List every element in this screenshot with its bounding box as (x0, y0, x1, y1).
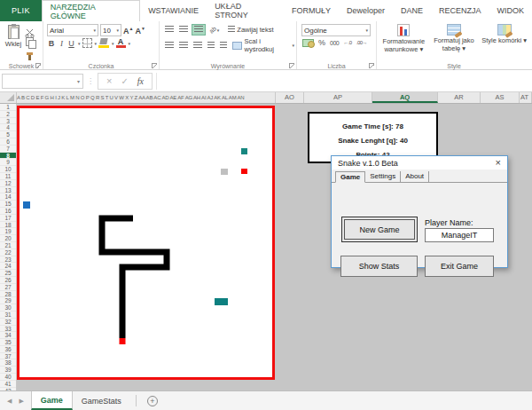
paste-button[interactable]: Wklej (2, 23, 25, 59)
row-header-39[interactable]: 39 (0, 367, 16, 374)
underline-button[interactable]: U (67, 39, 75, 48)
column-header-ao[interactable]: AO (276, 92, 304, 103)
row-header-15[interactable]: 15 (0, 201, 16, 208)
tab-recenzja[interactable]: RECENZJA (431, 0, 489, 21)
row-header-23[interactable]: 23 (0, 256, 16, 264)
dialog-tab-settings[interactable]: Settings (365, 171, 401, 182)
conditional-formatting-button[interactable]: Formatowanie warunkowe ▾ (379, 23, 428, 59)
close-icon[interactable]: × (496, 158, 501, 168)
row-header-25[interactable]: 25 (0, 270, 16, 277)
formula-input[interactable] (156, 73, 530, 90)
column-header-aq[interactable]: AQ (372, 92, 438, 103)
borders-icon[interactable] (82, 38, 92, 48)
cell-styles-button[interactable]: Style komórki ▾ (480, 23, 529, 59)
sheet-tab-game[interactable]: Game (31, 391, 73, 410)
accounting-format-icon[interactable] (302, 39, 314, 47)
row-header-28[interactable]: 28 (0, 291, 16, 298)
copy-icon[interactable] (25, 37, 36, 47)
dialog-title-bar[interactable]: Snake v.1.0 Beta × (332, 156, 507, 170)
align-center-icon[interactable] (177, 41, 190, 51)
tab-deweloper[interactable]: Deweloper (339, 0, 393, 21)
wrap-text-button[interactable]: Zawijaj tekst (228, 26, 273, 34)
align-top-icon[interactable] (163, 25, 176, 35)
bold-button[interactable]: B (47, 39, 56, 48)
row-header-7[interactable]: 7 (0, 146, 16, 153)
row-header-5[interactable]: 5 (0, 131, 16, 138)
sheet-tab-gamestats[interactable]: GameStats (73, 391, 130, 410)
row-header-10[interactable]: 10 (0, 166, 16, 173)
increase-indent-icon[interactable] (218, 41, 229, 51)
row-header-33[interactable]: 33 (0, 326, 16, 333)
row-header-34[interactable]: 34 (0, 332, 16, 339)
enter-icon[interactable]: ✓ (121, 76, 128, 86)
new-game-button[interactable]: New Game (341, 217, 418, 242)
increase-decimal-button[interactable]: ←.0 (343, 40, 352, 45)
comma-style-button[interactable]: 000 (330, 40, 339, 46)
row-header-41[interactable]: 41 (0, 381, 16, 388)
tab-plik[interactable]: PLIK (0, 0, 42, 21)
squeezed-column-headers[interactable]: A B C D E F G H I J K L M N O P Q R S T … (17, 92, 276, 103)
row-header-32[interactable]: 32 (0, 319, 16, 326)
column-header-at[interactable]: AT (520, 92, 532, 103)
alignment-dialog-launcher-icon[interactable] (289, 63, 294, 68)
grow-font-button[interactable]: A▲ (123, 26, 133, 35)
tab-formuly[interactable]: FORMUŁY (284, 0, 339, 21)
row-header-31[interactable]: 31 (0, 311, 16, 319)
percent-style-button[interactable]: % (318, 38, 325, 47)
clipboard-dialog-launcher-icon[interactable] (35, 63, 41, 68)
row-header-17[interactable]: 17 (0, 215, 16, 222)
cut-icon[interactable] (25, 26, 36, 35)
orientation-icon[interactable]: ab▾ (207, 26, 221, 34)
align-right-icon[interactable] (192, 41, 204, 51)
shrink-font-button[interactable]: A▼ (135, 26, 145, 35)
row-header-16[interactable]: 16 (0, 208, 16, 215)
cancel-icon[interactable]: × (106, 75, 112, 86)
dialog-tab-game[interactable]: Game (335, 171, 365, 183)
row-header-2[interactable]: 2 (0, 111, 16, 118)
row-header-30[interactable]: 30 (0, 304, 16, 311)
row-header-24[interactable]: 24 (0, 263, 16, 270)
row-header-13[interactable]: 13 (0, 187, 16, 194)
row-header-38[interactable]: 38 (0, 359, 16, 367)
row-header-26[interactable]: 26 (0, 277, 16, 284)
align-left-icon[interactable] (163, 41, 176, 51)
row-header-22[interactable]: 22 (0, 249, 16, 256)
row-header-14[interactable]: 14 (0, 193, 16, 201)
tab-wstawianie[interactable]: WSTAWIANIE (140, 0, 207, 21)
sheet-nav-left-icon[interactable]: ◀ (7, 398, 12, 405)
format-as-table-button[interactable]: Formatuj jako tabelę ▾ (429, 23, 479, 59)
decrease-decimal-button[interactable]: .00→ (356, 40, 367, 45)
align-bottom-icon[interactable] (192, 24, 206, 35)
add-sheet-icon[interactable]: + (147, 396, 158, 406)
tab-dane[interactable]: DANE (393, 0, 431, 21)
insert-function-icon[interactable]: fx (137, 76, 144, 86)
column-header-as[interactable]: AS (481, 92, 520, 103)
row-header-9[interactable]: 9 (0, 159, 16, 166)
format-painter-icon[interactable] (25, 49, 36, 59)
row-header-12[interactable]: 12 (0, 180, 16, 187)
select-all-corner[interactable] (0, 92, 17, 103)
tab-widok[interactable]: WIDOK (489, 0, 532, 21)
row-header-29[interactable]: 29 (0, 297, 16, 304)
font-name-combo[interactable]: Arial▾ (47, 24, 98, 36)
font-dialog-launcher-icon[interactable] (152, 63, 157, 68)
row-header-20[interactable]: 20 (0, 235, 16, 242)
fill-color-icon[interactable] (98, 38, 109, 48)
row-header-40[interactable]: 40 (0, 374, 16, 381)
italic-button[interactable]: I (58, 39, 66, 48)
name-box[interactable]: ▾ (2, 74, 83, 89)
row-header-11[interactable]: 11 (0, 173, 16, 180)
player-name-field[interactable]: ManageIT (425, 228, 494, 242)
row-header-27[interactable]: 27 (0, 284, 16, 291)
row-header-36[interactable]: 36 (0, 346, 16, 353)
row-header-21[interactable]: 21 (0, 242, 16, 249)
row-header-18[interactable]: 18 (0, 222, 16, 229)
tab-uklad-strony[interactable]: UKŁAD STRONY (207, 0, 284, 21)
number-format-combo[interactable]: Ogólne▾ (301, 24, 371, 36)
row-header-19[interactable]: 19 (0, 228, 16, 235)
row-header-8[interactable]: 8 (0, 153, 16, 160)
tab-narzedzia-glowne[interactable]: NARZĘDZIA GŁÓWNE (42, 0, 140, 22)
exit-game-button[interactable]: Exit Game (425, 256, 494, 277)
column-header-ap[interactable]: AP (304, 92, 372, 103)
show-stats-button[interactable]: Show Stats (340, 256, 418, 277)
